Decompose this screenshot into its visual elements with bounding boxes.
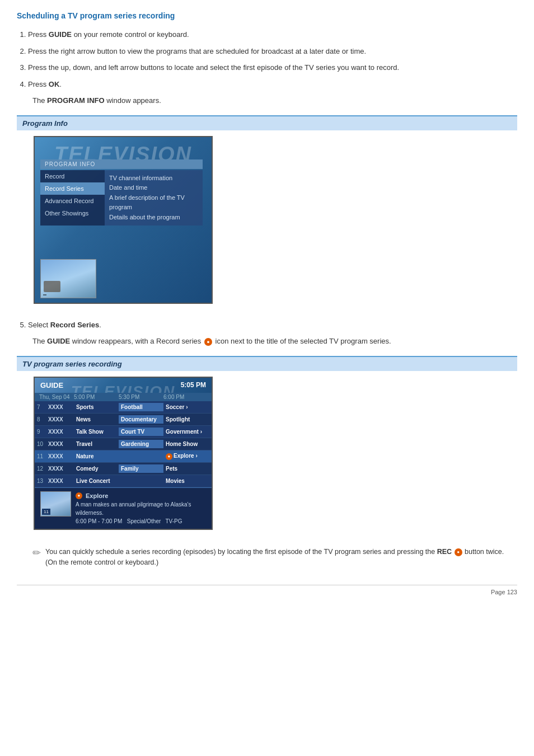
note-text: You can quickly schedule a series record… bbox=[45, 547, 517, 568]
prog-11-3: ●Explore bbox=[163, 452, 208, 461]
guide-col-t1: 5:00 PM bbox=[74, 394, 119, 400]
prog-13-3: Movies bbox=[163, 477, 208, 485]
program-info-header: Program Info bbox=[17, 115, 517, 130]
step-3: Press the up, down, and left arrow butto… bbox=[28, 62, 517, 73]
step1-bold: GUIDE bbox=[49, 30, 72, 39]
steps-list: Press GUIDE on your remote control or ke… bbox=[28, 29, 517, 90]
ch-12: 12XXXX bbox=[35, 464, 74, 473]
guide-screen: television GUIDE 5:05 PM Thu, Sep 04 5:0… bbox=[34, 377, 213, 530]
guide-col-t2: 5:30 PM bbox=[119, 394, 163, 400]
guide-bold: GUIDE bbox=[47, 337, 70, 345]
menu-item-record-series[interactable]: Record Series bbox=[40, 182, 105, 195]
guide-thumb-info: ● Explore A man makes an annual pilgrima… bbox=[76, 491, 206, 526]
step5-result: The GUIDE window reappears, with a Recor… bbox=[32, 336, 517, 347]
guide-col-t3: 6:00 PM bbox=[163, 394, 208, 400]
prog-12-3: Pets bbox=[163, 464, 208, 473]
prog-12-2: Family bbox=[119, 464, 163, 473]
step5-list: Select Record Series. bbox=[28, 320, 517, 331]
guide-row-8[interactable]: 8XXXX News Documentary Spotlight bbox=[35, 414, 212, 426]
prog-8-2: Documentary bbox=[119, 415, 163, 424]
program-info-bold: PROGRAM INFO bbox=[47, 96, 105, 105]
prog-8-1: News bbox=[74, 415, 119, 424]
page-number: Page 123 bbox=[17, 585, 517, 595]
guide-container: television GUIDE 5:05 PM Thu, Sep 04 5:0… bbox=[17, 371, 517, 539]
prog-11-2 bbox=[119, 455, 163, 457]
ch-11: 11XXXX bbox=[35, 452, 74, 461]
screen-thumbnail bbox=[40, 259, 96, 298]
step4-bold: OK bbox=[49, 80, 60, 88]
guide-title: GUIDE bbox=[40, 381, 63, 389]
guide-thumbnail: 11 bbox=[40, 491, 71, 516]
program-info-screen: television PROGRAM INFO Record Record Se… bbox=[34, 136, 213, 304]
info-line-3: A brief description of the TV program bbox=[109, 193, 198, 213]
menu-item-other-showings[interactable]: Other Showings bbox=[40, 207, 105, 219]
guide-section-header: TV program series recording bbox=[17, 356, 517, 371]
prog-11-1: Nature bbox=[74, 452, 119, 461]
step5-bold: Record Series bbox=[50, 321, 99, 329]
info-line-2: Date and time bbox=[109, 183, 198, 193]
info-panel: TV channel information Date and time A b… bbox=[105, 170, 203, 226]
prog-12-1: Comedy bbox=[74, 464, 119, 473]
ch-badge: 11 bbox=[42, 509, 50, 515]
ch-7: 7XXXX bbox=[35, 403, 74, 411]
prog-7-3: Soccer bbox=[163, 403, 208, 411]
prog-8-3: Spotlight bbox=[163, 415, 208, 424]
ch-10: 10XXXX bbox=[35, 440, 74, 448]
ch-8: 8XXXX bbox=[35, 415, 74, 424]
guide-row-7[interactable]: 7XXXX Sports Football Soccer bbox=[35, 401, 212, 414]
guide-prog-desc: A man makes an annual pilgrimage to Alas… bbox=[76, 500, 206, 517]
guide-row-11[interactable]: 11XXXX Nature ●Explore bbox=[35, 450, 212, 463]
step4-result: The PROGRAM INFO window appears. bbox=[32, 95, 517, 106]
guide-col-date: Thu, Sep 04 bbox=[35, 394, 74, 400]
record-series-icon: ● bbox=[204, 338, 212, 346]
guide-prog-title: ● Explore bbox=[76, 491, 206, 501]
prog-7-2: Football bbox=[119, 403, 163, 411]
guide-prog-meta: 6:00 PM - 7:00 PM Special/Other TV-PG bbox=[76, 517, 206, 525]
step-5: Select Record Series. bbox=[28, 320, 517, 331]
guide-bottom-panel: 11 ● Explore A man makes an annual pilgr… bbox=[35, 487, 212, 529]
guide-col-headers: Thu, Sep 04 5:00 PM 5:30 PM 6:00 PM bbox=[35, 393, 212, 401]
page-title: Scheduling a TV program series recording bbox=[17, 11, 517, 20]
menu-item-record[interactable]: Record bbox=[40, 170, 105, 182]
note-icon: ✏ bbox=[32, 546, 41, 561]
program-info-label: PROGRAM INFO bbox=[40, 159, 203, 169]
info-line-1: TV channel information bbox=[109, 173, 198, 184]
prog-10-2: Gardening bbox=[119, 440, 163, 448]
guide-overlay: GUIDE 5:05 PM Thu, Sep 04 5:00 PM 5:30 P… bbox=[35, 378, 212, 529]
guide-top-bar: GUIDE 5:05 PM bbox=[35, 378, 212, 393]
menu-list: Record Record Series Advanced Record Oth… bbox=[40, 170, 105, 226]
ch-9: 9XXXX bbox=[35, 428, 74, 436]
prog-9-1: Talk Show bbox=[74, 428, 119, 436]
guide-row-10[interactable]: 10XXXX Travel Gardening Home Show bbox=[35, 438, 212, 450]
prog-13-2 bbox=[119, 480, 163, 482]
guide-rec-badge-bottom: ● bbox=[76, 492, 82, 499]
rec-badge-11: ● bbox=[166, 453, 172, 460]
prog-10-1: Travel bbox=[74, 440, 119, 448]
menu-item-advanced-record[interactable]: Advanced Record bbox=[40, 195, 105, 207]
step-2: Press the right arrow button to view the… bbox=[28, 46, 517, 57]
guide-time: 5:05 PM bbox=[181, 381, 206, 389]
menu-and-info: Record Record Series Advanced Record Oth… bbox=[40, 170, 203, 226]
step-1: Press GUIDE on your remote control or ke… bbox=[28, 29, 517, 40]
thumbnail-label bbox=[43, 294, 46, 295]
step-4: Press OK. bbox=[28, 79, 517, 90]
prog-10-3: Home Show bbox=[163, 440, 208, 448]
prog-13-1: Live Concert bbox=[74, 477, 119, 485]
prog-9-3: Government bbox=[163, 428, 208, 436]
prog-7-1: Sports bbox=[74, 403, 119, 411]
rec-bold: REC bbox=[437, 548, 452, 556]
guide-row-12[interactable]: 12XXXX Comedy Family Pets bbox=[35, 463, 212, 475]
rec-button-icon: ● bbox=[455, 548, 462, 556]
guide-row-13[interactable]: 13XXXX Live Concert Movies bbox=[35, 475, 212, 487]
program-info-overlay: PROGRAM INFO Record Record Series Advanc… bbox=[40, 159, 203, 226]
guide-row-9[interactable]: 9XXXX Talk Show Court TV Government bbox=[35, 426, 212, 438]
note-box: ✏ You can quickly schedule a series reco… bbox=[32, 547, 517, 568]
program-info-container: television PROGRAM INFO Record Record Se… bbox=[17, 130, 517, 313]
prog-9-2: Court TV bbox=[119, 428, 163, 436]
ch-13: 13XXXX bbox=[35, 477, 74, 485]
info-line-4: Details about the program bbox=[109, 213, 198, 223]
